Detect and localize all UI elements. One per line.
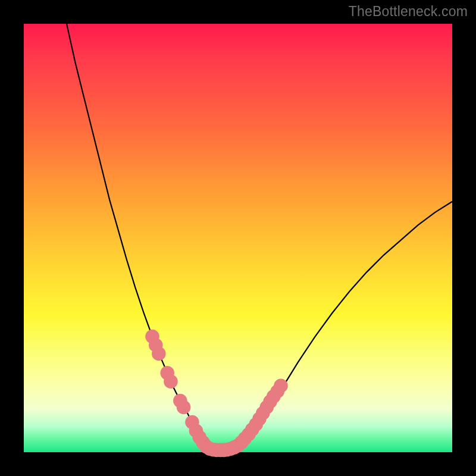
bottleneck-curve — [67, 24, 452, 450]
chart-container: TheBottleneck.com — [0, 0, 476, 476]
plot-area — [24, 24, 452, 452]
curve-beads — [145, 330, 288, 457]
watermark-text: TheBottleneck.com — [349, 4, 468, 20]
bead-marker — [177, 400, 191, 415]
bead-marker — [274, 379, 288, 393]
bead-marker — [164, 374, 178, 389]
curve-svg — [24, 24, 452, 452]
bead-marker — [152, 347, 166, 361]
